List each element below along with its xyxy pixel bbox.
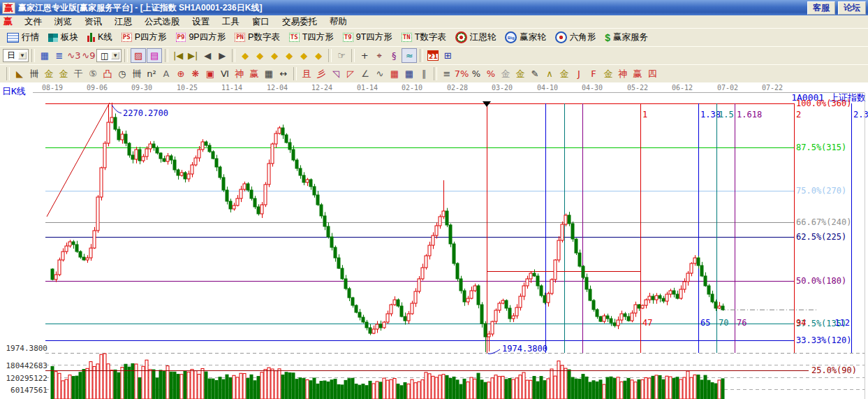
gold-line-tool-icon[interactable]: 金 <box>513 67 527 80</box>
fan-grid-tool-icon[interactable]: ◸ <box>344 67 358 80</box>
gold-gate-tool-icon[interactable]: 金 <box>42 67 56 80</box>
wave-band-tool-icon[interactable]: ≈ <box>402 48 417 63</box>
circle-cross-tool-icon[interactable]: ⊕ <box>174 67 188 80</box>
t-square-button[interactable]: TST四方形 <box>286 31 337 44</box>
shift-left-icon[interactable]: ◆ <box>238 49 252 62</box>
menu-item-2[interactable]: 资讯 <box>78 16 108 28</box>
wave9-icon[interactable]: ∿9 <box>82 49 96 62</box>
kline-button[interactable]: K线 <box>84 31 116 44</box>
gann-grid-icon[interactable]: ▨ <box>131 48 146 63</box>
service-button[interactable]: 客服 <box>807 1 835 15</box>
menu-item-1[interactable]: 浏览 <box>48 16 78 28</box>
color-bars-icon[interactable]: ▤ <box>147 48 162 63</box>
grid-blue-tool-icon[interactable]: ▦ <box>402 67 416 80</box>
percent-line-tool-icon[interactable]: % <box>484 67 498 80</box>
gold-gate-2-tool-icon[interactable]: 金 <box>57 67 71 80</box>
menu-item-4[interactable]: 公式选股 <box>138 16 186 28</box>
grid-red-tool-icon[interactable]: ▦ <box>388 67 402 80</box>
hexagon-button[interactable]: 六角形 <box>552 31 600 44</box>
p9-square-button[interactable]: P99P四方形 <box>172 31 230 44</box>
compress-horizontal-icon[interactable]: ◆ <box>282 49 296 62</box>
t-number-button[interactable]: TNT数字表 <box>398 31 450 44</box>
candle-body <box>348 289 351 298</box>
parallel-lines-tool-icon[interactable]: ∥ <box>417 67 431 80</box>
h-measure-tool-icon[interactable]: ↔ <box>277 67 290 80</box>
ying-angle-tool-icon[interactable]: 赢 <box>631 67 645 80</box>
horn-tool-icon[interactable]: 凸 <box>101 67 115 80</box>
next-bar-icon[interactable]: ▶ <box>215 49 229 62</box>
menu-item-7[interactable]: 窗口 <box>246 16 276 28</box>
candle-style-select[interactable]: ◫▼ <box>96 49 122 62</box>
f-angle-tool-icon[interactable]: F <box>587 67 601 80</box>
crosshair-tool-icon[interactable]: + <box>358 49 372 62</box>
calendar-icon[interactable]: 21 <box>426 49 440 62</box>
grid-123-tool-icon[interactable]: ▦ <box>262 67 276 80</box>
f-fence-tool-icon[interactable]: 干 <box>71 67 85 80</box>
k-mark-tool-icon[interactable]: Ⅵ <box>218 67 232 80</box>
gann-knot-tool-icon[interactable]: § <box>387 49 401 62</box>
star-wheel-tool-icon[interactable]: ❋ <box>189 67 203 80</box>
t9-square-button[interactable]: T99T四方形 <box>339 31 396 44</box>
shift-right-icon[interactable]: ◆ <box>253 49 267 62</box>
winner-wheel-button[interactable]: Big赢家轮 <box>501 31 550 44</box>
fence-dense-tool-icon[interactable]: 卌 <box>130 67 144 80</box>
square-wheel-tool-icon[interactable]: ▣ <box>203 67 217 80</box>
gold-angle-tool-icon[interactable]: 金 <box>557 67 571 80</box>
tile-windows-icon[interactable]: ▦ <box>38 49 52 62</box>
percent-tool-icon[interactable]: % <box>469 67 483 80</box>
ray-fan-tool-icon[interactable]: 彡 <box>314 67 328 80</box>
menu-item-8[interactable]: 交易委托 <box>276 16 323 28</box>
candle-body <box>550 280 553 293</box>
menu-item-9[interactable]: 帮助 <box>323 16 353 28</box>
period-select[interactable]: 日▼ <box>3 49 29 62</box>
j-angle-tool-icon[interactable]: J <box>572 67 586 80</box>
n-square-tool-icon[interactable]: n² <box>145 67 159 80</box>
prev-bar-icon[interactable]: ◀ <box>200 49 214 62</box>
wave-gold-tool-icon[interactable]: ∧ <box>543 67 557 80</box>
fan-purple-tool-icon[interactable]: ◹ <box>329 67 343 80</box>
si-angle-tool-icon[interactable]: 四 <box>645 67 659 80</box>
percent-7-tool-icon[interactable]: 7% <box>455 67 469 80</box>
p-square-button[interactable]: PSP四方形 <box>118 31 170 44</box>
gold-circle-tool-icon[interactable]: 金 <box>499 67 513 80</box>
quotes-button[interactable]: 行情 <box>3 31 43 44</box>
info-panel-icon[interactable]: ≣ <box>52 49 66 62</box>
p-number-button[interactable]: PNP数字表 <box>231 31 284 44</box>
five-cycle-tool-icon[interactable]: ⑤ <box>86 67 100 80</box>
shen-angle-tool-icon[interactable]: 神 <box>616 67 630 80</box>
forum-button[interactable]: 论坛 <box>838 1 866 15</box>
menu-item-5[interactable]: 设置 <box>186 16 216 28</box>
wave3-icon[interactable]: ∿3 <box>67 49 81 62</box>
hand-tool-icon[interactable]: ☞ <box>334 49 348 62</box>
winner-service-button[interactable]: $赢家服务 <box>601 31 652 44</box>
gann-wheel-button[interactable]: 江恩轮 <box>452 31 500 44</box>
gate-frame-tool-icon[interactable]: 且 <box>300 67 314 80</box>
menu-item-6[interactable]: 工具 <box>216 16 246 28</box>
first-page-icon[interactable]: |◀ <box>171 49 185 62</box>
last-page-icon[interactable]: ▶| <box>186 49 200 62</box>
expand-horizontal-icon[interactable]: ◆ <box>267 49 281 62</box>
menu-item-0[interactable]: 文件 <box>18 16 48 28</box>
brush-line-tool-icon[interactable]: ✎ <box>528 67 542 80</box>
menu-item-3[interactable]: 江恩 <box>108 16 138 28</box>
ying-grid-tool-icon[interactable]: 赢 <box>247 67 261 80</box>
chart-canvas[interactable]: 08-1909-0609-3010-2511-1412-0412-2401-14… <box>0 82 868 399</box>
gann-fence-tool-icon[interactable]: 卌 <box>27 67 41 80</box>
scale-ruler-tool-icon[interactable]: ≡ <box>440 67 454 80</box>
calculator-icon[interactable]: ⊞ <box>441 49 455 62</box>
gold-slash-tool-icon[interactable]: 金 <box>601 67 615 80</box>
shen-grid-tool-icon[interactable]: 神 <box>233 67 247 80</box>
clock-cycle-tool-icon[interactable]: ◷ <box>115 67 129 80</box>
angle-brush-tool-icon[interactable]: ◣ <box>13 67 27 80</box>
sectors-button[interactable]: 板块 <box>45 31 82 44</box>
pencil-angle-tool-icon[interactable]: ∠ <box>358 67 372 80</box>
compress-vertical-icon[interactable]: ◆ <box>311 49 325 62</box>
measure-tool-icon[interactable]: ⌖ <box>372 49 386 62</box>
t9-square-button-label: 9T四方形 <box>356 31 392 43</box>
a-line-tool-icon[interactable]: A <box>159 67 173 80</box>
period-select-dropdown-icon[interactable]: ▼ <box>18 52 27 59</box>
expand-vertical-icon[interactable]: ◆ <box>297 49 311 62</box>
zigzag-tool-icon[interactable]: ∿ <box>373 67 387 80</box>
candle-style-select-dropdown-icon[interactable]: ▼ <box>111 52 119 59</box>
volume-bar <box>425 372 427 399</box>
